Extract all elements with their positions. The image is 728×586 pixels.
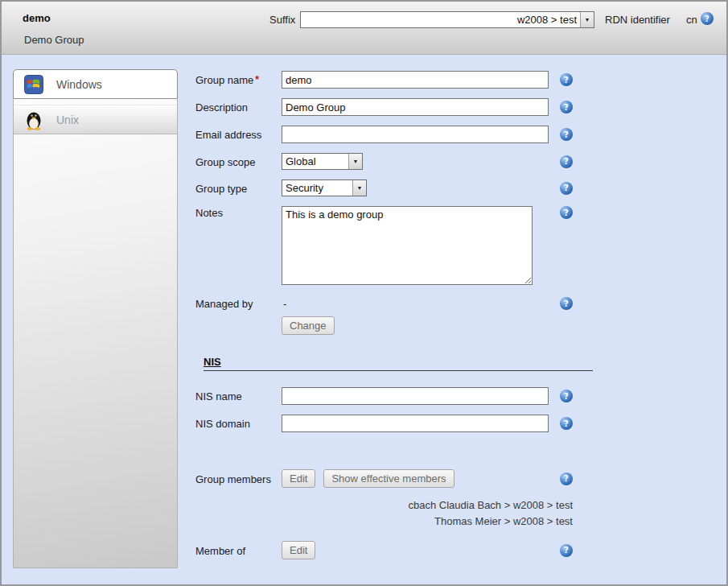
member-of-help-icon[interactable]: ? bbox=[560, 544, 573, 557]
form-content: Group name* ? Description ? Email addres… bbox=[178, 69, 726, 569]
suffix-select-value: w2008 > test bbox=[301, 12, 580, 27]
group-name-help-icon[interactable]: ? bbox=[560, 73, 573, 86]
form-row-nis-name: NIS name ? bbox=[195, 387, 726, 405]
page-subtitle: Demo Group bbox=[24, 34, 84, 46]
group-scope-select-value: Global bbox=[282, 154, 348, 169]
nis-name-help-icon[interactable]: ? bbox=[560, 390, 573, 402]
nis-name-input[interactable] bbox=[282, 387, 549, 405]
notes-help-icon[interactable]: ? bbox=[560, 206, 573, 219]
group-name-label: Group name* bbox=[195, 73, 282, 86]
form-row-group-scope: Group scope Global ▼ ? bbox=[195, 153, 726, 170]
rdn-identifier-label: RDN identifier bbox=[605, 14, 670, 26]
member-of-edit-button[interactable]: Edit bbox=[282, 541, 315, 559]
nis-domain-label: NIS domain bbox=[195, 417, 282, 430]
tab-windows[interactable]: Windows bbox=[13, 69, 178, 99]
required-marker: * bbox=[255, 74, 259, 85]
group-scope-label: Group scope bbox=[195, 155, 282, 168]
member-of-label: Member of bbox=[195, 544, 282, 557]
main-area: Windows Unix bbox=[2, 55, 726, 569]
email-help-icon[interactable]: ? bbox=[560, 128, 573, 141]
suffix-select[interactable]: w2008 > test ▼ bbox=[300, 11, 594, 28]
suffix-label: Suffix bbox=[269, 14, 295, 26]
nis-domain-help-icon[interactable]: ? bbox=[560, 417, 573, 430]
form-row-group-name: Group name* ? bbox=[195, 71, 726, 89]
change-button[interactable]: Change bbox=[282, 316, 335, 335]
group-edit-page: demo Demo Group Suffix w2008 > test ▼ RD… bbox=[0, 0, 728, 586]
sidebar: Windows Unix bbox=[13, 69, 178, 568]
description-label: Description bbox=[195, 101, 282, 113]
managed-by-label: Managed by bbox=[195, 297, 282, 310]
group-type-select-value: Security bbox=[282, 180, 352, 196]
tab-unix[interactable]: Unix bbox=[14, 105, 177, 134]
tab-unix-label: Unix bbox=[56, 113, 79, 126]
windows-logo-icon bbox=[24, 75, 43, 94]
group-members-label: Group members bbox=[195, 473, 282, 485]
spacer bbox=[195, 442, 726, 469]
group-member-item: Thomas Meier > w2008 > test bbox=[195, 514, 573, 530]
group-members-help-icon[interactable]: ? bbox=[560, 473, 573, 485]
page-title: demo bbox=[23, 12, 51, 24]
form-row-nis-domain: NIS domain ? bbox=[195, 415, 726, 432]
description-help-icon[interactable]: ? bbox=[560, 101, 573, 113]
group-scope-help-icon[interactable]: ? bbox=[560, 155, 573, 168]
form-row-managed-by: Managed by - Change ? bbox=[195, 297, 726, 335]
nis-name-label: NIS name bbox=[195, 390, 282, 402]
group-type-help-icon[interactable]: ? bbox=[560, 182, 573, 195]
rdn-identifier-value: cn bbox=[686, 14, 697, 26]
rdn-help-icon[interactable]: ? bbox=[701, 12, 714, 25]
form-row-group-members: Group members Edit Show effective member… bbox=[195, 469, 726, 488]
notes-label: Notes bbox=[195, 206, 282, 219]
group-member-item: cbach Claudia Bach > w2008 > test bbox=[195, 497, 573, 514]
form-row-group-type: Group type Security ▼ ? bbox=[195, 180, 726, 196]
show-effective-members-button[interactable]: Show effective members bbox=[323, 469, 454, 488]
header: demo Demo Group Suffix w2008 > test ▼ RD… bbox=[2, 2, 726, 55]
tab-windows-label: Windows bbox=[56, 78, 102, 91]
form-row-description: Description ? bbox=[195, 98, 726, 116]
chevron-down-icon[interactable]: ▼ bbox=[352, 180, 366, 196]
chevron-down-icon[interactable]: ▼ bbox=[348, 154, 362, 169]
email-input[interactable] bbox=[282, 126, 549, 143]
chevron-down-icon[interactable]: ▼ bbox=[580, 12, 594, 27]
nis-section-title: NIS bbox=[204, 356, 593, 371]
group-members-edit-button[interactable]: Edit bbox=[282, 469, 315, 488]
notes-textarea[interactable]: This is a demo group bbox=[282, 206, 533, 285]
description-input[interactable] bbox=[282, 98, 549, 116]
tux-penguin-icon bbox=[24, 109, 43, 130]
form-row-email: Email address ? bbox=[195, 126, 726, 143]
group-scope-select[interactable]: Global ▼ bbox=[282, 153, 363, 170]
email-label: Email address bbox=[195, 128, 282, 141]
form-row-member-of: Member of Edit ? bbox=[195, 541, 726, 559]
managed-by-value: - bbox=[282, 297, 549, 316]
group-members-list: cbach Claudia Bach > w2008 > test Thomas… bbox=[195, 497, 573, 530]
group-type-select[interactable]: Security ▼ bbox=[282, 180, 367, 196]
group-type-label: Group type bbox=[195, 182, 282, 195]
form-row-notes: Notes This is a demo group ? bbox=[195, 206, 726, 287]
group-name-input[interactable] bbox=[282, 71, 549, 89]
nis-domain-input[interactable] bbox=[282, 415, 549, 432]
managed-by-help-icon[interactable]: ? bbox=[560, 297, 573, 310]
